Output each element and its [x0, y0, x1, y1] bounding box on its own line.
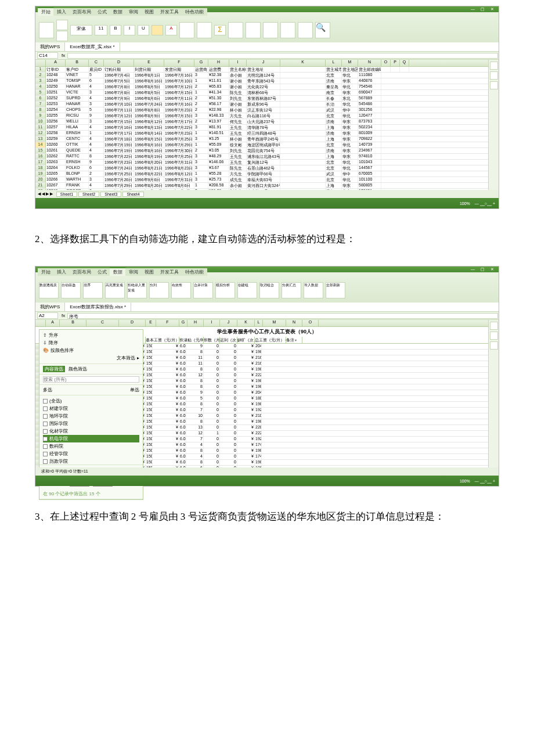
doc-tab[interactable]: Excel数据库_实.xlsx * — [65, 42, 120, 51]
filter-header[interactable]: 迟到（次） — [220, 337, 237, 343]
table-row[interactable]: 1810264FOLKO61996年7月24日1996年8月21日1996年8月… — [35, 165, 499, 171]
col-header[interactable]: M — [263, 320, 286, 326]
font-box[interactable]: 宋体 — [70, 25, 92, 35]
col-header[interactable]: Q — [400, 60, 409, 66]
filter-option[interactable]: 经管学院 — [43, 450, 139, 458]
sheet-tab[interactable]: Sheet3 — [100, 192, 121, 197]
align-button[interactable] — [179, 22, 194, 38]
col-header[interactable]: P — [391, 60, 400, 66]
col-header[interactable]: N — [358, 60, 381, 66]
sort-button[interactable] — [228, 22, 243, 38]
ribbon-tab[interactable]: 页面布局 — [69, 8, 95, 16]
select-icon[interactable] — [490, 332, 498, 340]
copy-button[interactable] — [56, 31, 68, 41]
table-row[interactable]: 510251VICTE31996年7月8日1996年8月5日1996年7月15日… — [35, 90, 499, 96]
underline-button[interactable]: U — [138, 25, 149, 35]
sort-asc[interactable]: ⇧ 升序 — [43, 332, 139, 339]
ribbon-group-button[interactable]: 分类汇总 — [282, 282, 301, 298]
new-icon[interactable] — [490, 322, 498, 330]
worksheet-button[interactable] — [280, 22, 295, 38]
table-row[interactable]: 1910265BLONP21996年7月25日1996年8月22日1996年8月… — [35, 171, 499, 177]
col-header[interactable]: I — [229, 60, 247, 66]
ribbon-tab[interactable]: 插入 — [53, 268, 70, 276]
col-header[interactable]: I — [204, 320, 220, 326]
ribbon-group-button[interactable]: 合并计算 — [193, 282, 213, 298]
col-header[interactable]: C — [86, 320, 119, 326]
doc-tab[interactable]: 我的WPS — [35, 303, 65, 311]
table-row[interactable]: 810254CHOPS51996年7月11日1996年8月8日1996年7月23… — [35, 107, 499, 113]
ribbon-group-button[interactable]: 创建组 — [237, 282, 257, 298]
ribbon-group-button[interactable]: 分列 — [149, 282, 169, 298]
bold-button[interactable]: B — [110, 25, 121, 35]
table-row[interactable]: 210248VINET51996年7月4日1996年8月1日1996年7月16日… — [35, 73, 499, 78]
ribbon-tab[interactable]: 开发工具 — [157, 8, 182, 16]
table-row[interactable]: 1710263ERNSH91996年7月23日1996年8月20日1996年7月… — [35, 160, 499, 165]
row-col-button[interactable] — [263, 22, 278, 38]
font-color-button[interactable]: A — [165, 25, 177, 35]
ribbon-group-button[interactable]: 导入数据 — [304, 282, 323, 298]
ribbon-tab[interactable]: 开始 — [38, 268, 54, 276]
sheet-tab[interactable]: Sheet1 — [56, 192, 77, 197]
ribbon-tab[interactable]: 开发工具 — [157, 268, 182, 276]
col-header[interactable]: C — [89, 60, 104, 66]
ribbon-tab[interactable]: 插入 — [53, 8, 70, 16]
sort-by-color[interactable]: 🎨 按颜色排序 — [43, 347, 139, 354]
ribbon-group-button[interactable]: 高亮重复项 — [105, 282, 125, 298]
filter-option[interactable]: 历政学院 — [43, 458, 139, 465]
multi-select-tab[interactable]: 多选 — [43, 387, 52, 393]
ribbon-group-button[interactable]: 有效性 — [171, 282, 191, 298]
freeze-button[interactable] — [298, 22, 313, 38]
sheet-tab[interactable]: Sheet2 — [78, 192, 99, 197]
window-controls[interactable]: — ▢ ✕ — [471, 267, 496, 272]
col-header[interactable]: A — [46, 320, 60, 326]
col-header[interactable]: M — [342, 60, 358, 66]
filter-option[interactable]: 机电学院 — [43, 435, 139, 442]
name-box[interactable]: C14 — [37, 52, 58, 59]
name-box[interactable]: A2 — [37, 312, 58, 319]
filter-option[interactable]: 材建学院 — [43, 405, 139, 412]
ribbon-tab[interactable]: 特色功能 — [182, 8, 207, 16]
table-row[interactable]: 1510261QUEDE41996年7月19日1996年8月16日1996年7月… — [35, 148, 499, 154]
col-header[interactable]: N — [286, 320, 302, 326]
table-row[interactable]: 2010266WARTH31996年7月26日1996年9月6日1996年7月3… — [35, 177, 499, 183]
format-button[interactable] — [246, 22, 261, 38]
col-header[interactable]: O — [381, 60, 391, 66]
col-header[interactable]: K — [237, 320, 255, 326]
tool-icon[interactable] — [490, 81, 498, 89]
table-row[interactable]: 1010256WELLI31996年7月15日1996年8月12日1996年7月… — [35, 119, 499, 125]
table-row[interactable]: 1310259CENTC41996年7月18日1996年8月15日1996年7月… — [35, 136, 499, 142]
filter-option[interactable]: 地环学院 — [43, 412, 139, 420]
grid-body[interactable]: 1订单ID客户ID雇员ID订购日期到货日期发货日期运货商运货费货主名称货主地址货… — [35, 67, 499, 195]
fx-icon[interactable]: fx — [60, 53, 67, 58]
col-header[interactable]: H — [208, 60, 229, 66]
col-header[interactable]: A — [46, 60, 66, 66]
ribbon-group-button[interactable]: 模拟分析 — [215, 282, 235, 298]
table-row[interactable]: 2110267FRANK41996年7月29日1996年8月26日1996年8月… — [35, 183, 499, 189]
col-header[interactable]: L — [255, 320, 263, 326]
col-header[interactable]: E — [134, 60, 164, 66]
ribbon-tab[interactable]: 公式 — [94, 268, 110, 276]
ribbon-group-button[interactable]: 排序 — [83, 282, 103, 298]
filter-option[interactable]: (全选) — [43, 397, 139, 405]
sheet-tab[interactable]: Sheet4 — [122, 192, 143, 197]
table-row[interactable]: 610252SUPRD41996年7月9日1996年8月6日1996年7月11日… — [35, 96, 499, 102]
col-header[interactable]: O — [302, 320, 319, 326]
col-header[interactable]: J — [247, 60, 280, 66]
col-header[interactable]: B — [60, 320, 86, 326]
filter-search[interactable] — [43, 376, 139, 383]
filter-option[interactable]: 化材学院 — [43, 427, 139, 435]
ribbon-tab[interactable]: 视图 — [141, 268, 157, 276]
filter-header[interactable]: 备注 — [286, 337, 302, 343]
cut-button[interactable] — [56, 20, 68, 30]
col-header[interactable]: E — [146, 320, 156, 326]
table-row[interactable]: 310249TOMSP61996年7月5日1996年8月16日1996年7月10… — [35, 78, 499, 84]
merge-button[interactable] — [197, 22, 212, 38]
filter-tab-content[interactable]: 内容筛选 — [43, 366, 65, 372]
ribbon-tab[interactable]: 视图 — [141, 8, 157, 16]
filter-header[interactable]: 基本工资（元/月） — [146, 337, 179, 343]
ribbon-tab[interactable]: 审阅 — [125, 268, 142, 276]
col-header[interactable]: G — [179, 320, 187, 326]
col-header[interactable]: D — [104, 60, 134, 66]
ribbon-group-button[interactable]: 数据透视表 — [39, 282, 59, 298]
col-header[interactable]: G — [194, 60, 208, 66]
